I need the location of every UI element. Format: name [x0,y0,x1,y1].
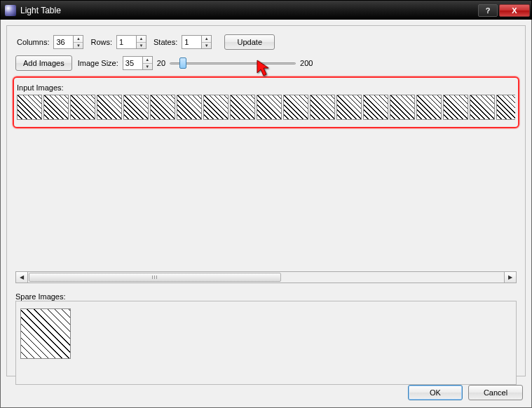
input-image-thumb[interactable] [177,95,202,120]
slider-track [170,62,296,64]
chevron-down-icon[interactable]: ▼ [143,64,152,70]
app-icon [5,5,16,16]
titlebar: Light Table ? X [1,1,531,20]
close-button[interactable]: X [499,4,530,17]
input-image-thumb[interactable] [203,95,229,120]
row-grid-controls: Columns: ▲▼ Rows: ▲▼ States: ▲▼ Update [15,34,517,50]
image-size-input[interactable] [123,56,142,70]
row-image-controls: Add Images Image Size: ▲▼ 20 200 [15,55,517,71]
dialog-button-row: OK Cancel [408,385,523,400]
spare-images-panel[interactable] [15,301,517,385]
chevron-down-icon[interactable]: ▼ [137,43,146,49]
cancel-button[interactable]: Cancel [468,385,523,400]
input-image-thumb[interactable] [43,95,69,120]
input-image-thumb[interactable] [70,95,95,120]
input-images-label: Input Images: [17,83,515,92]
chevron-up-icon[interactable]: ▲ [137,36,146,43]
rows-label: Rows: [90,38,112,46]
input-image-thumb[interactable] [363,95,388,120]
states-label: States: [154,38,177,46]
chevron-up-icon[interactable]: ▲ [74,36,83,43]
chevron-up-icon[interactable]: ▲ [143,57,152,64]
dialog-body: Columns: ▲▼ Rows: ▲▼ States: ▲▼ Update A… [0,20,532,408]
scroll-right-icon[interactable]: ▶ [504,272,516,283]
input-images-highlight: Input Images: [13,76,519,128]
input-image-thumb[interactable] [336,95,362,120]
columns-input[interactable] [53,35,73,49]
input-image-thumb[interactable] [390,95,415,120]
input-image-thumb[interactable] [443,95,468,120]
image-size-slider-wrap: 20 200 [157,57,313,69]
input-image-thumb[interactable] [470,95,495,120]
input-image-thumb[interactable] [123,95,149,120]
rows-input[interactable] [116,35,136,49]
spare-image-thumb[interactable] [20,308,71,359]
input-image-thumb[interactable] [97,95,122,120]
columns-spinner[interactable]: ▲▼ [53,35,83,49]
input-image-thumb[interactable] [496,95,515,120]
input-image-thumb[interactable] [230,95,255,120]
scrollbar-gripper-icon [152,276,158,279]
slider-min-label: 20 [157,59,165,67]
states-stepper[interactable]: ▲▼ [201,35,212,49]
input-images-scrollbar[interactable]: ◀ ▶ [15,271,517,283]
states-input[interactable] [182,35,201,49]
ok-button[interactable]: OK [408,385,463,400]
image-size-stepper[interactable]: ▲▼ [142,56,153,70]
image-size-slider[interactable] [170,57,296,69]
slider-max-label: 200 [300,59,313,67]
chevron-down-icon[interactable]: ▼ [74,43,83,49]
input-image-thumb[interactable] [310,95,335,120]
window-title: Light Table [20,6,477,15]
help-button[interactable]: ? [478,4,498,17]
chevron-up-icon[interactable]: ▲ [202,36,211,43]
rows-stepper[interactable]: ▲▼ [136,35,146,49]
image-size-label: Image Size: [78,59,118,67]
rows-spinner[interactable]: ▲▼ [116,35,146,49]
input-image-thumb[interactable] [17,95,42,120]
input-image-thumb[interactable] [416,95,442,120]
dialog-inner: Columns: ▲▼ Rows: ▲▼ States: ▲▼ Update A… [6,25,526,376]
states-spinner[interactable]: ▲▼ [182,35,212,49]
chevron-down-icon[interactable]: ▼ [202,43,211,49]
spare-images-label: Spare Images: [15,292,66,301]
image-size-spinner[interactable]: ▲▼ [123,56,153,70]
update-button[interactable]: Update [224,34,275,50]
input-image-thumb[interactable] [257,95,282,120]
scrollbar-track[interactable] [28,272,504,283]
slider-thumb[interactable] [179,57,186,69]
input-image-thumb[interactable] [150,95,175,120]
input-images-row[interactable] [17,95,515,120]
scrollbar-thumb[interactable] [29,273,281,282]
columns-label: Columns: [17,38,49,46]
scroll-left-icon[interactable]: ◀ [16,272,28,283]
columns-stepper[interactable]: ▲▼ [73,35,83,49]
input-image-thumb[interactable] [283,95,308,120]
add-images-button[interactable]: Add Images [15,55,72,71]
